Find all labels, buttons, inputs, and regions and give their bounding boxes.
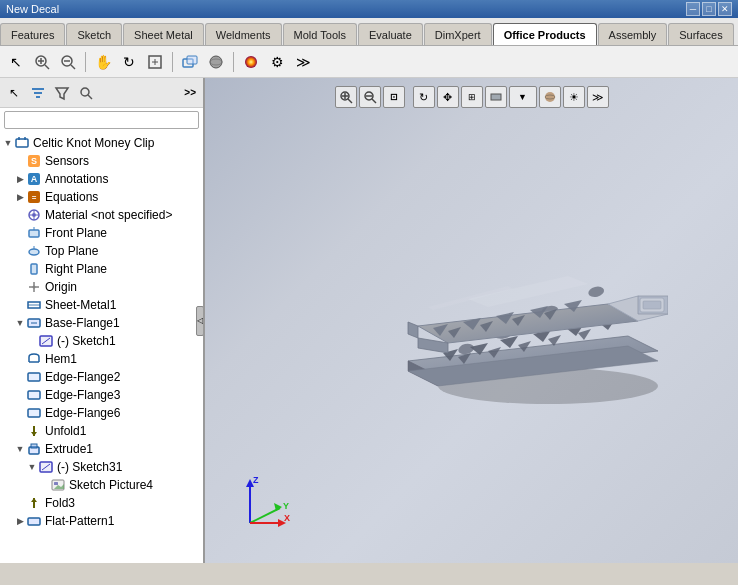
main-toolbar: ↖ ✋ ↻ ⚙ ≫	[0, 46, 738, 78]
equations-toggle[interactable]: ▶	[14, 191, 26, 203]
sensors-label: Sensors	[45, 154, 89, 168]
tree-item-base-flange1[interactable]: ▼ Base-Flange1	[0, 314, 203, 332]
tree-item-flat-pattern1[interactable]: ▶ Flat-Pattern1	[0, 512, 203, 530]
tree-item-edge-flange6[interactable]: ▶ Edge-Flange6	[0, 404, 203, 422]
view-orient-button[interactable]	[178, 50, 202, 74]
tab-features[interactable]: Features	[0, 23, 65, 45]
tab-office-products[interactable]: Office Products	[493, 23, 597, 45]
zoom-in-button[interactable]	[30, 50, 54, 74]
more-button[interactable]: ≫	[291, 50, 315, 74]
rotate-button[interactable]: ↻	[117, 50, 141, 74]
rotate-vp-button[interactable]: ↻	[413, 86, 435, 108]
extrude1-toggle[interactable]: ▼	[14, 443, 26, 455]
tree-item-right-plane[interactable]: ▶ Right Plane	[0, 260, 203, 278]
lighting-button[interactable]: ☀	[563, 86, 585, 108]
tree-item-sketch31[interactable]: ▼ (-) Sketch31	[0, 458, 203, 476]
tree-item-edge-flange2[interactable]: ▶ Edge-Flange2	[0, 368, 203, 386]
material-label: Material <not specified>	[45, 208, 172, 222]
search-input[interactable]	[4, 111, 199, 129]
tab-mold-tools[interactable]: Mold Tools	[283, 23, 357, 45]
pointer-tool-button[interactable]: ↖	[3, 82, 25, 104]
panel-toolbar: ↖ >>	[0, 78, 203, 108]
panel-collapse-handle[interactable]: ◁	[196, 306, 204, 336]
coordinate-axes: Z Y X	[230, 473, 290, 533]
zoom-in-vp-button[interactable]	[335, 86, 357, 108]
annotations-toggle[interactable]: ▶	[14, 173, 26, 185]
minimize-button[interactable]: ─	[686, 2, 700, 16]
svg-line-5	[71, 65, 75, 69]
tree-item-edge-flange3[interactable]: ▶ Edge-Flange3	[0, 386, 203, 404]
tab-weldments[interactable]: Weldments	[205, 23, 282, 45]
sketch31-label: (-) Sketch31	[57, 460, 122, 474]
tree-item-sketch1[interactable]: ▶ (-) Sketch1	[0, 332, 203, 350]
options-button[interactable]: ⚙	[265, 50, 289, 74]
svg-point-19	[81, 88, 89, 96]
display-style-button[interactable]	[204, 50, 228, 74]
3d-viewport[interactable]: ⊡ ↻ ✥ ⊞ ▼ ☀ ≫	[205, 78, 738, 563]
tab-evaluate[interactable]: Evaluate	[358, 23, 423, 45]
base-flange1-toggle[interactable]: ▼	[14, 317, 26, 329]
svg-rect-61	[54, 482, 58, 485]
front-plane-icon	[26, 225, 42, 241]
tree-item-top-plane[interactable]: ▶ Top Plane	[0, 242, 203, 260]
zoom-fit-button[interactable]	[143, 50, 167, 74]
base-flange1-label: Base-Flange1	[45, 316, 120, 330]
tree-item-equations[interactable]: ▶ = Equations	[0, 188, 203, 206]
toolbar-sep-2	[172, 52, 173, 72]
tree-item-origin[interactable]: ▶ Origin	[0, 278, 203, 296]
tree-root[interactable]: ▼ Celtic Knot Money Clip	[0, 134, 203, 152]
maximize-button[interactable]: □	[702, 2, 716, 16]
pan-vp-button[interactable]: ✥	[437, 86, 459, 108]
svg-rect-52	[28, 391, 40, 399]
sketch31-toggle[interactable]: ▼	[26, 461, 38, 473]
materials-button[interactable]	[539, 86, 561, 108]
tab-dimxpert[interactable]: DimXpert	[424, 23, 492, 45]
front-plane-label: Front Plane	[45, 226, 107, 240]
flat-pattern1-toggle[interactable]: ▶	[14, 515, 26, 527]
tree-item-front-plane[interactable]: ▶ Front Plane	[0, 224, 203, 242]
more-vp-button[interactable]: ≫	[587, 86, 609, 108]
view-mode-button[interactable]: ▼	[509, 86, 537, 108]
search-button[interactable]	[75, 82, 97, 104]
tree-item-sheet-metal1[interactable]: ▶ Sheet-Metal1	[0, 296, 203, 314]
annotations-label: Annotations	[45, 172, 108, 186]
tab-surfaces[interactable]: Surfaces	[668, 23, 733, 45]
right-plane-label: Right Plane	[45, 262, 107, 276]
tree-item-unfold1[interactable]: ▶ Unfold1	[0, 422, 203, 440]
svg-rect-51	[28, 373, 40, 381]
tree-item-annotations[interactable]: ▶ A Annotations	[0, 170, 203, 188]
pan-button[interactable]: ✋	[91, 50, 115, 74]
origin-icon	[26, 279, 42, 295]
pointer-button[interactable]: ↖	[4, 50, 28, 74]
filter-button[interactable]	[51, 82, 73, 104]
svg-marker-55	[31, 432, 37, 436]
svg-marker-64	[31, 498, 37, 502]
tree-item-fold3[interactable]: ▶ Fold3	[0, 494, 203, 512]
edge-flange6-label: Edge-Flange6	[45, 406, 120, 420]
view-style-button[interactable]	[485, 86, 507, 108]
hem1-label: Hem1	[45, 352, 77, 366]
tree-item-extrude1[interactable]: ▼ Extrude1	[0, 440, 203, 458]
tab-sheet-metal[interactable]: Sheet Metal	[123, 23, 204, 45]
zoom-fit-vp-button[interactable]: ⊡	[383, 86, 405, 108]
tab-sketch[interactable]: Sketch	[66, 23, 122, 45]
panel-more-button[interactable]: >>	[180, 85, 200, 100]
svg-line-1	[45, 65, 49, 69]
root-toggle[interactable]: ▼	[2, 137, 14, 149]
tree-item-sensors[interactable]: ▶ S Sensors	[0, 152, 203, 170]
close-button[interactable]: ✕	[718, 2, 732, 16]
sketch31-icon	[38, 459, 54, 475]
title-bar: New Decal ─ □ ✕	[0, 0, 738, 18]
tree-item-material[interactable]: ▶ Material <not specified>	[0, 206, 203, 224]
view-normal-button[interactable]: ⊞	[461, 86, 483, 108]
zoom-out-button[interactable]	[56, 50, 80, 74]
svg-rect-82	[643, 301, 661, 309]
select-filter-button[interactable]	[27, 82, 49, 104]
equations-label: Equations	[45, 190, 98, 204]
tree-item-sketch-picture4[interactable]: ▶ Sketch Picture4	[0, 476, 203, 494]
tab-assembly[interactable]: Assembly	[598, 23, 668, 45]
sheet-metal1-label: Sheet-Metal1	[45, 298, 116, 312]
tree-item-hem1[interactable]: ▶ Hem1	[0, 350, 203, 368]
color-button[interactable]	[239, 50, 263, 74]
zoom-out-vp-button[interactable]	[359, 86, 381, 108]
